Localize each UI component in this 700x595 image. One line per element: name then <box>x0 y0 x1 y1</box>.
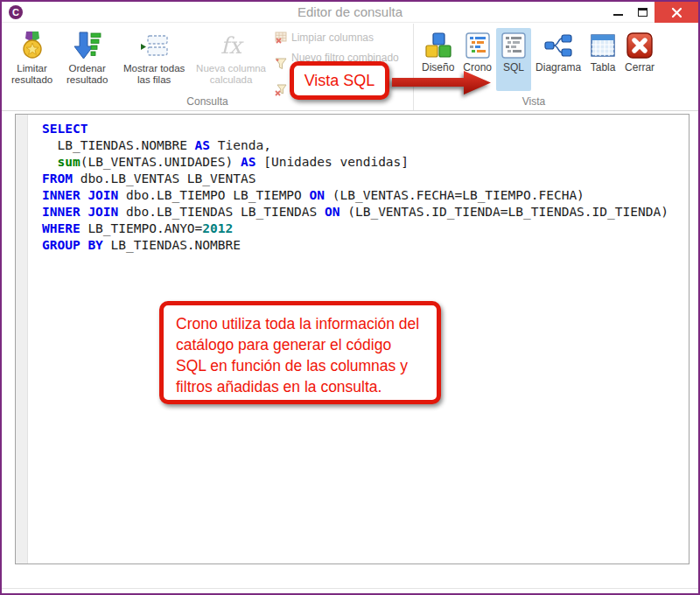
close-red-icon <box>626 31 653 60</box>
limitar-resultado-button[interactable]: Limitar resultado <box>5 28 59 88</box>
close-icon <box>671 7 682 18</box>
diagram-icon <box>544 31 572 60</box>
clear-columns-icon <box>275 32 287 44</box>
vista-sql-callout: Vista SQL <box>290 61 389 100</box>
maximize-button[interactable] <box>630 2 654 23</box>
button-label: Ordenar resultado <box>60 63 115 86</box>
close-window-button[interactable] <box>654 2 698 23</box>
minimize-button[interactable] <box>606 2 630 23</box>
clear-filter-icon <box>275 84 287 96</box>
note-text: Crono utiliza toda la información delcat… <box>176 313 424 397</box>
crono-view-icon <box>465 31 491 60</box>
item-label: Limpiar columnas <box>291 32 374 44</box>
all-rows-icon <box>139 30 169 61</box>
callout-text: Vista SQL <box>304 72 375 90</box>
nueva-columna-calculada-button[interactable]: fx Nueva columna calculada <box>192 28 270 88</box>
limpiar-columnas-button[interactable]: Limpiar columnas <box>275 32 413 44</box>
note-callout: Crono utiliza toda la información delcat… <box>159 301 441 404</box>
query-editor-window: C Editor de consulta <box>0 0 700 595</box>
minimize-icon <box>613 14 623 16</box>
button-label: Tabla <box>591 62 616 74</box>
ordenar-resultado-button[interactable]: Ordenar resultado <box>59 28 116 88</box>
button-label: Mostrar todas las filas <box>116 63 192 86</box>
maximize-icon <box>638 8 648 17</box>
vista-tabla-button[interactable]: Tabla <box>585 28 620 75</box>
button-label: SQL <box>503 62 524 74</box>
sql-view-icon <box>500 31 527 60</box>
fx-icon: fx <box>220 30 242 61</box>
vista-cerrar-button[interactable]: Cerrar <box>620 28 659 75</box>
title-bar: C Editor de consulta <box>2 2 698 23</box>
annotation-arrow-icon <box>390 68 494 98</box>
medal-icon <box>18 30 46 61</box>
design-cubes-icon <box>425 31 452 60</box>
window-controls <box>606 2 698 23</box>
sort-descending-icon <box>74 30 102 61</box>
mostrar-todas-filas-button[interactable]: Mostrar todas las filas <box>116 28 192 88</box>
button-label: Diagrama <box>536 62 581 74</box>
table-icon <box>590 31 616 60</box>
window-title: Editor de consulta <box>2 2 698 23</box>
editor-gutter <box>16 115 28 564</box>
footer-divider <box>2 588 698 589</box>
filter-icon <box>275 58 287 70</box>
button-label: Cerrar <box>625 62 654 74</box>
button-label: Nueva columna calculada <box>193 63 269 86</box>
crono-logo-icon: C <box>9 5 23 19</box>
button-label: Limitar resultado <box>6 63 58 86</box>
vista-diagrama-button[interactable]: Diagrama <box>531 28 585 75</box>
vista-sql-button[interactable]: SQL <box>496 28 531 91</box>
